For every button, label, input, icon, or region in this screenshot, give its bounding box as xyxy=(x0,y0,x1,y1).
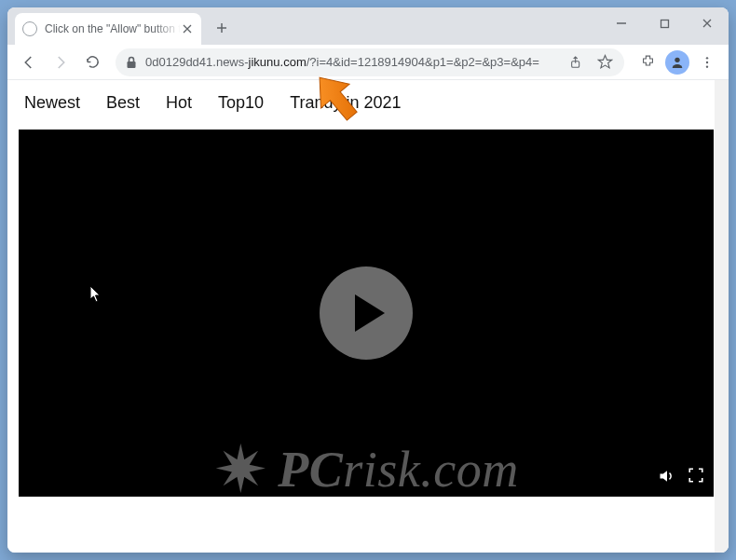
new-tab-button[interactable] xyxy=(209,15,235,41)
watermark: ✷ PCrisk.com xyxy=(19,437,714,502)
lock-icon xyxy=(125,56,138,69)
forward-button[interactable] xyxy=(47,48,75,76)
play-button[interactable] xyxy=(320,266,413,360)
video-player-area: ✷ PCrisk.com xyxy=(19,130,717,497)
extensions-button[interactable] xyxy=(634,48,661,76)
nav-item-top10[interactable]: Top10 xyxy=(218,93,264,113)
share-icon[interactable] xyxy=(566,52,587,73)
tab-title: Click on the "Allow" button to pla xyxy=(45,22,181,35)
window-close-button[interactable] xyxy=(686,7,729,39)
svg-rect-1 xyxy=(128,61,136,68)
star-icon[interactable] xyxy=(594,52,615,73)
window-controls xyxy=(600,7,729,39)
reload-button[interactable] xyxy=(78,48,106,76)
svg-point-4 xyxy=(706,57,708,59)
profile-avatar[interactable] xyxy=(665,50,689,75)
minimize-button[interactable] xyxy=(600,7,643,39)
nav-item-hot[interactable]: Hot xyxy=(166,93,192,113)
svg-point-5 xyxy=(706,61,708,62)
address-bar[interactable]: 0d0129dd41.news-jikunu.com/?i=4&id=12189… xyxy=(116,48,624,76)
menu-button[interactable] xyxy=(693,48,721,76)
player-controls xyxy=(658,467,704,489)
fullscreen-button[interactable] xyxy=(688,467,704,489)
back-button[interactable] xyxy=(15,48,43,76)
url-prefix: 0d0129dd41.news- xyxy=(145,55,249,69)
volume-button[interactable] xyxy=(658,467,676,489)
browser-toolbar: 0d0129dd41.news-jikunu.com/?i=4&id=12189… xyxy=(7,45,729,80)
favicon-icon xyxy=(22,21,37,36)
gear-icon: ✷ xyxy=(213,437,268,502)
url-text: 0d0129dd41.news-jikunu.com/?i=4&id=12189… xyxy=(145,55,559,69)
maximize-button[interactable] xyxy=(643,7,686,39)
url-domain: jikunu.com xyxy=(249,55,307,69)
tab-close-button[interactable] xyxy=(181,22,194,35)
category-nav: Newest Best Hot Top10 Trandy in 2021 xyxy=(7,80,729,122)
browser-window: Click on the "Allow" button to pla xyxy=(7,7,729,553)
nav-item-best[interactable]: Best xyxy=(106,93,140,113)
svg-point-6 xyxy=(706,65,708,67)
nav-item-newest[interactable]: Newest xyxy=(24,93,80,113)
browser-tab[interactable]: Click on the "Allow" button to pla xyxy=(15,13,201,45)
url-path: /?i=4&id=1218914904&p1=&p2=&p3=&p4= xyxy=(307,55,539,69)
svg-rect-0 xyxy=(661,20,668,27)
titlebar: Click on the "Allow" button to pla xyxy=(7,7,729,45)
play-icon xyxy=(355,294,385,332)
page-content: Newest Best Hot Top10 Trandy in 2021 xyxy=(7,80,729,553)
nav-item-trandy[interactable]: Trandy in 2021 xyxy=(290,93,401,113)
video-player[interactable]: ✷ PCrisk.com xyxy=(19,130,714,497)
watermark-text: PCrisk.com xyxy=(278,441,518,499)
svg-point-3 xyxy=(675,57,679,61)
